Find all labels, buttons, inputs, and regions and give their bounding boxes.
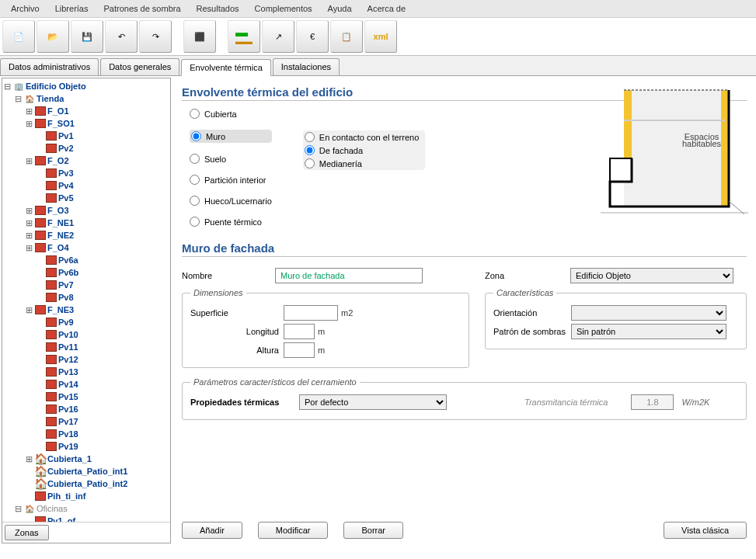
- tree-item[interactable]: ⊞🏠Cubierta_1: [4, 453, 169, 465]
- expand-icon[interactable]: ⊞: [26, 243, 35, 253]
- zonas-button[interactable]: Zonas: [5, 525, 49, 540]
- tree-item[interactable]: Pv3: [4, 167, 169, 179]
- tree-item[interactable]: Pv4: [4, 179, 169, 192]
- zona-select[interactable]: Edificio Objeto: [570, 268, 733, 283]
- report-button[interactable]: 📋: [330, 20, 363, 53]
- anadir-button[interactable]: Añadir: [182, 522, 242, 539]
- tree-item[interactable]: Pv19: [4, 440, 169, 453]
- tree-item[interactable]: Pv17: [4, 415, 169, 428]
- tree-item[interactable]: Pv11: [4, 341, 169, 353]
- tree-item[interactable]: Pv6b: [4, 266, 169, 279]
- tree-item[interactable]: ⊞F_NE2: [4, 229, 169, 241]
- orientacion-select[interactable]: [571, 305, 726, 321]
- radio-particion[interactable]: Partición interior: [190, 175, 272, 185]
- expand-icon[interactable]: ⊞: [26, 106, 35, 116]
- tree-item[interactable]: Pv7: [4, 279, 169, 291]
- tree-item[interactable]: ⊞F_O1: [4, 105, 169, 117]
- menu-acerca[interactable]: Acerca de: [360, 2, 414, 16]
- tab-instalaciones[interactable]: Instalaciones: [273, 58, 340, 75]
- euro-icon: €: [310, 32, 315, 41]
- wall-icon: [35, 156, 46, 165]
- radio-puente[interactable]: Puente térmico: [190, 217, 272, 227]
- save-button[interactable]: 💾: [71, 20, 103, 53]
- xml-button[interactable]: xml: [364, 20, 397, 53]
- wall-icon: [35, 106, 46, 116]
- tree-item[interactable]: Pv1_of: [4, 515, 169, 522]
- tree-view[interactable]: ⊟ 🏢 Edificio Objeto ⊟🏠Tienda⊞F_O1⊞F_SO1P…: [2, 78, 170, 522]
- tree-item[interactable]: ⊞F_O2: [4, 155, 169, 167]
- building-button[interactable]: ⬛: [183, 20, 216, 53]
- tree-item[interactable]: ⊞F_O4: [4, 241, 169, 254]
- tab-envolvente[interactable]: Envolvente térmica: [181, 59, 271, 76]
- tree-item[interactable]: Pv13: [4, 366, 169, 378]
- radio-muro[interactable]: Muro: [190, 130, 272, 143]
- tree-item[interactable]: ⊞F_SO1: [4, 117, 169, 130]
- menu-archivo[interactable]: Archivo: [3, 2, 47, 16]
- radio-suelo[interactable]: Suelo: [190, 154, 272, 164]
- radio-hueco[interactable]: Hueco/Lucernario: [190, 196, 272, 206]
- radio-cubierta[interactable]: Cubierta: [190, 109, 272, 119]
- expand-icon[interactable]: ⊟: [4, 82, 13, 92]
- tree-item[interactable]: Pv16: [4, 403, 169, 415]
- tree-item[interactable]: ⊟🏠Tienda: [4, 92, 169, 105]
- menu-resultados[interactable]: Resultados: [189, 2, 247, 16]
- tree-item[interactable]: Pv12: [4, 353, 169, 366]
- tree-item[interactable]: Pv9: [4, 316, 169, 328]
- tab-datos-admin[interactable]: Datos administrativos: [0, 58, 99, 75]
- prop-select[interactable]: Por defecto: [299, 394, 447, 410]
- nombre-input[interactable]: [275, 268, 423, 283]
- superficie-input[interactable]: [284, 305, 338, 321]
- tree-item[interactable]: Pv6a: [4, 254, 169, 266]
- expand-icon[interactable]: ⊞: [26, 156, 35, 166]
- tree-item[interactable]: ⊟🏠Oficinas: [4, 502, 169, 515]
- improvements-button[interactable]: ↗: [262, 20, 294, 53]
- tree-item-label: Pv8: [58, 293, 74, 302]
- tree-item[interactable]: Pv2: [4, 142, 169, 155]
- svg-text:habitables: habitables: [682, 139, 722, 148]
- radio-medianeria[interactable]: Medianería: [305, 158, 419, 168]
- patron-select[interactable]: Sin patrón: [571, 324, 726, 339]
- menu-complementos[interactable]: Complementos: [247, 2, 320, 16]
- tree-item[interactable]: ⊞F_O3: [4, 204, 169, 217]
- longitud-input[interactable]: [284, 324, 315, 339]
- expand-icon[interactable]: ⊞: [26, 231, 35, 241]
- superficie-label: Superficie: [190, 308, 284, 318]
- menu-ayuda[interactable]: Ayuda: [320, 2, 360, 16]
- altura-input[interactable]: [284, 342, 315, 358]
- tree-item[interactable]: Pv14: [4, 378, 169, 391]
- radio-fachada[interactable]: De fachada: [305, 145, 419, 155]
- expand-icon[interactable]: ⊟: [15, 504, 24, 514]
- tree-item[interactable]: Pv8: [4, 291, 169, 304]
- undo-button[interactable]: ↶: [105, 20, 138, 53]
- tree-item[interactable]: Pv15: [4, 391, 169, 403]
- tree-item[interactable]: Pv10: [4, 328, 169, 341]
- tree-root[interactable]: ⊟ 🏢 Edificio Objeto: [4, 80, 169, 92]
- modificar-button[interactable]: Modificar: [258, 522, 329, 539]
- tree-item[interactable]: Pv5: [4, 192, 169, 204]
- expand-icon[interactable]: ⊞: [26, 206, 35, 216]
- menu-librerias[interactable]: Librerías: [47, 2, 96, 16]
- expand-icon[interactable]: ⊞: [26, 305, 35, 315]
- tab-datos-generales[interactable]: Datos generales: [100, 58, 179, 75]
- energy-label-button[interactable]: ▬▬▬: [228, 20, 260, 53]
- tree-item-label: Pih_ti_inf: [47, 491, 86, 501]
- expand-icon[interactable]: ⊟: [15, 94, 24, 104]
- open-file-button[interactable]: 📂: [37, 20, 69, 53]
- tree-item[interactable]: ⊞F_NE1: [4, 217, 169, 229]
- tree-item[interactable]: 🏠Cubierta_Patio_int1: [4, 465, 169, 477]
- economics-button[interactable]: €: [296, 20, 329, 53]
- expand-icon[interactable]: ⊞: [26, 119, 35, 129]
- expand-icon[interactable]: ⊞: [26, 218, 35, 228]
- borrar-button[interactable]: Borrar: [343, 522, 403, 539]
- tree-item-label: F_SO1: [47, 119, 75, 128]
- tree-item[interactable]: ⊞F_NE3: [4, 304, 169, 316]
- tree-item[interactable]: Pv18: [4, 428, 169, 440]
- radio-terreno[interactable]: En contacto con el terreno: [305, 132, 419, 142]
- new-file-button[interactable]: 📄: [2, 20, 35, 53]
- tree-item[interactable]: Pv1: [4, 130, 169, 142]
- tree-item[interactable]: 🏠Cubierta_Patio_int2: [4, 477, 169, 490]
- tree-item[interactable]: Pih_ti_inf: [4, 490, 169, 502]
- vista-clasica-button[interactable]: Vista clásica: [664, 522, 747, 539]
- menu-patrones[interactable]: Patrones de sombra: [96, 2, 188, 16]
- redo-button[interactable]: ↷: [139, 20, 172, 53]
